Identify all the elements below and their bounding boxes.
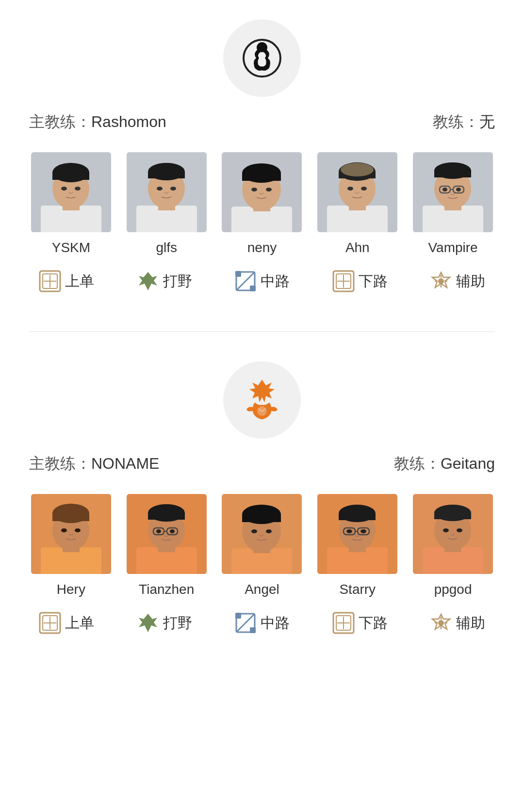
top-icon-2 — [39, 612, 61, 634]
role-jungle-label-1: 打野 — [163, 271, 192, 291]
team1-section: 主教练：Rashomon 教练：无 — [0, 0, 524, 321]
player-starry-photo — [317, 494, 397, 574]
player-yskm-name: YSKM — [52, 240, 90, 255]
team1-head-coach: 主教练：Rashomon — [29, 111, 166, 133]
role-jungle-2: 打野 — [137, 612, 192, 634]
svg-rect-96 — [339, 513, 376, 520]
mid-icon-2 — [234, 612, 257, 634]
team1-coach-name: 无 — [479, 113, 495, 130]
svg-rect-117 — [250, 627, 256, 633]
player-vampire: Vampire — [411, 152, 495, 255]
team1-coach: 教练：无 — [433, 111, 495, 133]
svg-rect-53 — [250, 286, 256, 291]
svg-point-25 — [266, 188, 272, 191]
role-bot-label-1: 下路 — [359, 271, 388, 291]
svg-rect-88 — [242, 514, 281, 522]
svg-point-122 — [438, 620, 444, 626]
role-bot-label-2: 下路 — [359, 613, 388, 633]
team1-roles-row: 上单 打野 中路 下路 — [29, 270, 495, 292]
role-support-1: 辅助 — [430, 270, 485, 292]
team2-players-row: Hery — [29, 494, 495, 597]
player-tianzhen-name: Tianzhen — [139, 582, 194, 597]
role-support-label-1: 辅助 — [456, 271, 485, 291]
svg-point-24 — [251, 188, 257, 191]
svg-point-8 — [61, 187, 67, 191]
player-glfs-photo — [127, 152, 207, 232]
svg-point-108 — [443, 528, 449, 532]
team2-section: 主教练：NONAME 教练：Geitang — [0, 342, 524, 663]
player-yskm: YSKM — [29, 152, 113, 255]
player-glfs: glfs — [125, 152, 209, 255]
player-ppgod-name: ppgod — [434, 582, 472, 597]
svg-point-58 — [438, 278, 444, 284]
team1-logo — [223, 19, 301, 97]
team2-coach-label: 教练： — [394, 455, 441, 472]
top-icon-1 — [39, 270, 61, 292]
team1-head-coach-name: Rashomon — [91, 113, 166, 130]
role-top-1: 上单 — [39, 270, 94, 292]
bot-icon-1 — [332, 270, 355, 292]
player-vampire-photo — [413, 152, 493, 232]
svg-point-17 — [170, 187, 176, 191]
player-hery-name: Hery — [57, 582, 85, 597]
player-ahn-photo — [317, 152, 397, 232]
player-angel-photo — [222, 494, 302, 574]
role-support-2: 辅助 — [430, 612, 485, 634]
svg-rect-52 — [235, 271, 241, 277]
svg-rect-107 — [434, 513, 471, 519]
svg-point-45 — [456, 188, 461, 191]
player-ppgod: ppgod — [411, 494, 495, 597]
player-neny-photo — [222, 152, 302, 232]
svg-point-33 — [347, 187, 353, 191]
team2-logo — [223, 361, 301, 439]
svg-point-82 — [170, 529, 175, 533]
team1-coach-label: 教练： — [433, 113, 479, 130]
svg-point-90 — [266, 529, 272, 533]
team1-coach-row: 主教练：Rashomon 教练：无 — [29, 111, 495, 133]
support-icon-1 — [430, 270, 452, 292]
team1-head-coach-label: 主教练： — [29, 113, 91, 130]
player-angel-name: Angel — [245, 582, 279, 597]
jungle-icon-1 — [137, 270, 159, 292]
team1-logo-container — [29, 19, 495, 97]
player-hery: Hery — [29, 494, 113, 597]
jungle-icon-2 — [137, 612, 159, 634]
svg-point-89 — [251, 529, 257, 533]
team2-coach-name: Geitang — [441, 455, 495, 472]
role-mid-1: 中路 — [234, 270, 290, 292]
svg-point-100 — [346, 529, 352, 533]
role-jungle-1: 打野 — [137, 270, 192, 292]
player-starry: Starry — [315, 494, 399, 597]
svg-point-16 — [157, 187, 163, 191]
svg-point-109 — [457, 528, 462, 532]
role-bot-1: 下路 — [332, 270, 388, 292]
player-tianzhen: Tianzhen — [125, 494, 209, 597]
svg-rect-116 — [235, 613, 241, 619]
player-yskm-photo — [31, 152, 111, 232]
player-ahn-name: Ahn — [345, 240, 370, 255]
team2-coach: 教练：Geitang — [394, 453, 495, 475]
player-hery-photo — [31, 494, 111, 574]
team2-head-coach: 主教练：NONAME — [29, 453, 159, 475]
role-top-label-2: 上单 — [65, 613, 94, 633]
team-separator — [29, 331, 495, 332]
player-angel: Angel — [220, 494, 304, 597]
role-top-2: 上单 — [39, 612, 94, 634]
role-support-label-2: 辅助 — [456, 613, 485, 633]
mid-icon-1 — [234, 270, 257, 292]
role-jungle-label-2: 打野 — [163, 613, 192, 633]
team2-head-coach-name: NONAME — [91, 455, 159, 472]
player-starry-name: Starry — [339, 582, 376, 597]
role-mid-2: 中路 — [234, 612, 290, 634]
svg-point-81 — [156, 529, 161, 533]
player-glfs-name: glfs — [156, 240, 177, 255]
role-top-label-1: 上单 — [65, 271, 94, 291]
team2-logo-container — [29, 361, 495, 439]
svg-rect-23 — [242, 173, 281, 181]
team2-roles-row: 上单 打野 中路 下路 — [29, 612, 495, 634]
svg-point-32 — [341, 163, 374, 176]
svg-rect-69 — [52, 513, 89, 521]
player-vampire-name: Vampire — [428, 240, 477, 255]
role-bot-2: 下路 — [332, 612, 388, 634]
role-mid-label-2: 中路 — [261, 613, 290, 633]
